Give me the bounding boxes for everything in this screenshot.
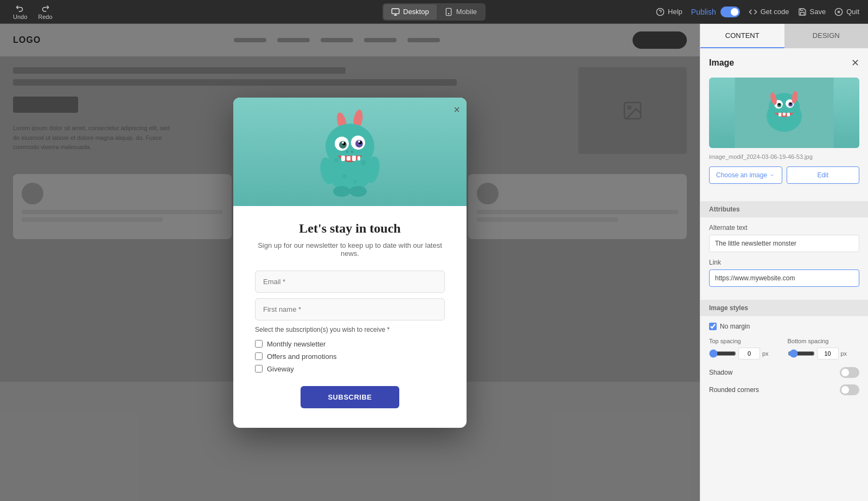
styles-section: No margin Top spacing px Bottom spacing xyxy=(700,316,868,408)
svg-rect-0 xyxy=(392,9,399,14)
get-code-label: Get code xyxy=(761,8,789,16)
email-input[interactable] xyxy=(255,271,445,293)
image-section: Image ✕ xyxy=(700,48,868,201)
toolbar-left: Undo Redo xyxy=(9,1,57,22)
top-spacing-input-row: px xyxy=(709,348,781,359)
modal: × Let's stay in touch Sign up for our ne… xyxy=(233,98,467,428)
rounded-corners-row: Rounded corners xyxy=(709,384,859,395)
publish-label: Publish xyxy=(691,8,716,16)
top-spacing-unit: px xyxy=(762,350,769,357)
modal-body: Let's stay in touch Sign up for our news… xyxy=(233,206,467,428)
rounded-corners-label: Rounded corners xyxy=(709,386,759,394)
main-content: LOGO Lorem ipsum dolor sit amet, consect… xyxy=(0,24,700,501)
modal-close-button[interactable]: × xyxy=(454,104,460,115)
alt-text-input[interactable] xyxy=(709,235,859,252)
spacing-row: Top spacing px Bottom spacing px xyxy=(709,338,859,359)
toolbar-right: Help Publish Get code Save Quit xyxy=(656,7,859,17)
svg-point-2 xyxy=(448,13,449,14)
toolbar: Undo Redo Desktop Mobile Help Publish xyxy=(0,0,868,24)
checkbox-giveaway[interactable] xyxy=(255,365,263,372)
svg-rect-45 xyxy=(783,113,786,115)
image-section-title: Image ✕ xyxy=(709,57,859,69)
redo-button[interactable]: Redo xyxy=(34,1,56,22)
checkbox-monthly-label: Monthly newsletter xyxy=(267,340,326,348)
svg-rect-21 xyxy=(341,156,345,161)
bottom-spacing-slider[interactable] xyxy=(788,349,815,358)
save-button[interactable]: Save xyxy=(798,8,826,16)
tab-content[interactable]: CONTENT xyxy=(700,24,784,48)
publish-switch[interactable] xyxy=(720,7,740,17)
desktop-button[interactable]: Desktop xyxy=(384,4,437,20)
svg-point-25 xyxy=(346,151,348,153)
get-code-button[interactable]: Get code xyxy=(749,8,789,16)
svg-point-33 xyxy=(342,174,347,178)
choose-image-button[interactable]: Choose an image xyxy=(709,166,782,184)
help-button[interactable]: Help xyxy=(656,8,682,16)
svg-point-12 xyxy=(326,124,374,169)
undo-label: Undo xyxy=(13,14,27,20)
alt-text-label: Alternate text xyxy=(709,224,859,232)
svg-rect-24 xyxy=(358,156,360,160)
overlay: × Let's stay in touch Sign up for our ne… xyxy=(0,24,700,501)
checkbox-monthly-item: Monthly newsletter xyxy=(255,340,445,348)
image-styles-divider: Image styles xyxy=(700,300,868,316)
svg-point-42 xyxy=(778,103,780,105)
svg-rect-23 xyxy=(352,156,356,161)
panel-content: Image ✕ xyxy=(700,48,868,408)
first-name-input[interactable] xyxy=(255,298,445,320)
bottom-spacing-col: Bottom spacing px xyxy=(788,338,860,359)
checkbox-offers-item: Offers and promotions xyxy=(255,352,445,361)
desktop-label: Desktop xyxy=(403,8,429,16)
svg-rect-22 xyxy=(347,156,350,160)
attributes-section: Alternate text Link xyxy=(700,217,868,300)
modal-subtitle: Sign up for our newsletter to keep up to… xyxy=(255,241,445,258)
shadow-row: Shadow xyxy=(709,367,859,378)
top-spacing-slider[interactable] xyxy=(709,349,736,358)
modal-title: Let's stay in touch xyxy=(255,221,445,236)
quit-label: Quit xyxy=(846,8,859,16)
rounded-corners-toggle[interactable] xyxy=(840,384,859,395)
checkbox-offers-label: Offers and promotions xyxy=(267,352,336,361)
shadow-toggle[interactable] xyxy=(840,367,859,378)
svg-rect-46 xyxy=(787,113,790,117)
tab-design[interactable]: DESIGN xyxy=(784,24,869,48)
checkbox-giveaway-label: Giveway xyxy=(267,365,294,373)
mobile-label: Mobile xyxy=(456,8,477,16)
top-spacing-label: Top spacing xyxy=(709,338,781,344)
svg-point-26 xyxy=(351,151,353,153)
redo-label: Redo xyxy=(38,14,52,20)
checkbox-giveaway-item: Giveway xyxy=(255,365,445,373)
panel-tabs: CONTENT DESIGN xyxy=(700,24,868,48)
svg-point-43 xyxy=(789,102,792,105)
image-filename: image_modif_2024-03-06-19-46-53.jpg xyxy=(709,153,859,160)
right-panel: CONTENT DESIGN Image ✕ xyxy=(700,24,868,501)
panel-title: Image xyxy=(709,58,734,68)
subscribe-button[interactable]: SUBSCRIBE xyxy=(301,386,399,408)
no-margin-label: No margin xyxy=(720,323,750,330)
quit-button[interactable]: Quit xyxy=(834,8,859,16)
help-label: Help xyxy=(668,8,682,16)
publish-toggle: Publish xyxy=(691,7,740,17)
svg-point-30 xyxy=(349,186,367,197)
checkbox-offers[interactable] xyxy=(255,352,263,360)
undo-button[interactable]: Undo xyxy=(9,1,31,22)
svg-point-29 xyxy=(333,186,350,197)
choose-image-label: Choose an image xyxy=(716,171,767,179)
top-spacing-input[interactable] xyxy=(738,348,760,359)
svg-point-34 xyxy=(354,180,357,183)
mobile-button[interactable]: Mobile xyxy=(437,4,484,20)
bottom-spacing-input-row: px xyxy=(788,348,860,359)
panel-close-button[interactable]: ✕ xyxy=(851,57,859,69)
checkbox-monthly[interactable] xyxy=(255,340,263,348)
device-toggle: Desktop Mobile xyxy=(382,3,486,21)
svg-point-19 xyxy=(342,142,344,144)
bottom-spacing-label: Bottom spacing xyxy=(788,338,860,344)
bottom-spacing-input[interactable] xyxy=(817,348,839,359)
shadow-label: Shadow xyxy=(709,369,732,376)
edit-image-button[interactable]: Edit xyxy=(787,166,860,184)
svg-point-32 xyxy=(361,160,366,165)
no-margin-checkbox-group: No margin xyxy=(709,323,750,330)
no-margin-checkbox[interactable] xyxy=(709,323,717,330)
link-input[interactable] xyxy=(709,269,859,287)
toolbar-center: Desktop Mobile xyxy=(382,3,486,21)
